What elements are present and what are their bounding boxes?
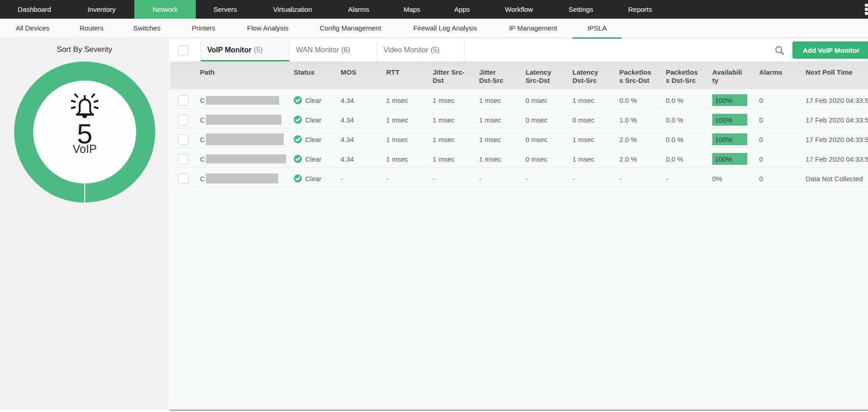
cell-mos: - (341, 169, 343, 188)
topnav-item-reports[interactable]: Reports (611, 0, 669, 19)
cell-jds: 1 msec (479, 130, 501, 149)
cell-psd: 2.0 % (619, 130, 637, 149)
cell-psd: 0.0 % (619, 91, 637, 110)
column-header-lds[interactable]: Latency Dst-Src (572, 68, 598, 85)
availability-bar: 100% (712, 153, 747, 165)
row-checkbox[interactable] (178, 154, 189, 164)
cell-lds: - (572, 169, 575, 188)
column-header-mos[interactable]: MOS (341, 68, 356, 76)
redacted-path (206, 115, 281, 125)
tab-wan-monitor[interactable]: WAN Monitor(6) (289, 39, 377, 61)
cell-status: Clear (294, 91, 322, 110)
subnav-item-routers[interactable]: Routers (65, 19, 118, 37)
cell-path[interactable]: C (200, 149, 286, 168)
cell-lsd: 0 msec (526, 149, 547, 168)
subnav-item-ipsla[interactable]: IPSLA (572, 19, 622, 37)
tab-label: Video Monitor (383, 46, 428, 54)
tab-label: VoIP Monitor (207, 46, 251, 54)
column-header-lsd[interactable]: Latency Src-Dst (526, 68, 551, 85)
row-checkbox[interactable] (178, 115, 189, 125)
cell-lds: 0 msec (572, 110, 594, 129)
topnav-item-virtualization[interactable]: Virtualization (255, 0, 331, 19)
cell-lsd: 0 msec (526, 110, 547, 129)
column-header-avail[interactable]: Availabili ty (712, 68, 742, 85)
horizontal-scrollbar[interactable] (170, 409, 868, 411)
subnav-item-switches[interactable]: Switches (118, 19, 176, 37)
cell-mos: 4.34 (341, 91, 354, 110)
topnav-item-settings[interactable]: Settings (551, 0, 611, 19)
table-row[interactable]: CClear4.341 msec1 msec1 msec0 msec0 msec… (170, 109, 868, 128)
column-header-path[interactable]: Path (200, 68, 215, 76)
cell-next-poll-time: Data Not Collected (806, 169, 863, 188)
subnav-item-ip-management[interactable]: IP Management (494, 19, 572, 37)
subnav-item-config-management[interactable]: Config Management (304, 19, 397, 37)
topnav-item-servers[interactable]: Servers (196, 0, 255, 19)
cell-jds: 1 msec (479, 149, 501, 168)
cell-lsd: 0 msec (526, 91, 547, 110)
column-header-status[interactable]: Status (294, 68, 315, 76)
select-all-checkbox[interactable] (178, 46, 189, 56)
search-icon[interactable] (774, 45, 785, 56)
column-header-pds[interactable]: Packetlos s Dst-Src (666, 68, 698, 85)
subnav-item-printers[interactable]: Printers (176, 19, 231, 37)
path-text: C (200, 116, 205, 124)
table-row[interactable]: CClear4.341 msec1 msec1 msec0 msec1 msec… (170, 128, 868, 148)
cell-rtt: 1 msec (386, 110, 408, 129)
cell-path[interactable]: C (200, 91, 279, 110)
topnav-item-network[interactable]: Network (134, 0, 196, 19)
tab-count: (6) (342, 46, 351, 54)
tab-voip-monitor[interactable]: VoIP Monitor(5) (200, 39, 289, 61)
topnav-item-inventory[interactable]: Inventory (69, 0, 134, 19)
table-body: CClear4.341 msec1 msec1 msec0 msec1 msec… (170, 89, 868, 187)
subnav-item-firewall-log-analysis[interactable]: Firewall Log Analysis (397, 19, 494, 37)
cell-next-poll-time: 17 Feb 2020 04:33:5 (806, 130, 868, 149)
tab-video-monitor[interactable]: Video Monitor(5) (377, 39, 465, 61)
cell-lds: 1 msec (572, 149, 594, 168)
cell-next-poll-time: 17 Feb 2020 04:33:5 (806, 149, 868, 168)
cell-availability: 100% (712, 110, 747, 129)
cell-availability: 100% (712, 91, 747, 110)
status-text: Clear (305, 175, 322, 183)
table-row[interactable]: CClear4.341 msec1 msec1 msec0 msec1 msec… (170, 89, 868, 109)
topnav-item-alarms[interactable]: Alarms (331, 0, 387, 19)
topnav-item-maps[interactable]: Maps (387, 0, 437, 19)
donut-slice-divider (84, 183, 85, 203)
add-voip-monitor-button[interactable]: Add VoIP Monitor (792, 41, 868, 59)
cell-path[interactable]: C (200, 130, 284, 149)
column-header-jds[interactable]: Jitter Dst-Src (479, 68, 503, 85)
kebab-menu-icon[interactable] (862, 4, 868, 17)
cell-status: Clear (294, 110, 322, 129)
column-header-alarms[interactable]: Alarms (759, 68, 782, 76)
cell-next-poll-time: 17 Feb 2020 04:33:5 (806, 91, 868, 110)
table-row[interactable]: CClear4.341 msec1 msec1 msec0 msec1 msec… (170, 148, 868, 168)
redacted-path (206, 154, 286, 163)
cell-path[interactable]: C (200, 169, 278, 188)
column-header-psd[interactable]: Packetlos s Src-Dst (619, 68, 651, 85)
cell-jds: 1 msec (479, 110, 501, 129)
severity-donut-chart[interactable]: 5 VoIP (14, 61, 155, 203)
cell-pds: 0.0 % (666, 110, 683, 129)
subnav-item-flow-analysis[interactable]: Flow Analysis (231, 19, 304, 37)
status-clear-icon (294, 174, 302, 183)
cell-next-poll-time: 17 Feb 2020 04:33:5 (806, 110, 868, 129)
severity-label: VoIP (73, 142, 97, 156)
availability-bar: 100% (712, 114, 747, 126)
subnav-item-all-devices[interactable]: All Devices (0, 19, 65, 37)
cell-rtt: 1 msec (386, 130, 408, 149)
cell-mos: 4.34 (341, 130, 354, 149)
table-row[interactable]: CClear--------0%0Data Not Collected (170, 168, 868, 187)
topnav-item-apps[interactable]: Apps (437, 0, 487, 19)
row-checkbox[interactable] (178, 134, 189, 145)
cell-rtt: 1 msec (386, 149, 408, 168)
column-header-jsd[interactable]: Jitter Src- Dst (433, 68, 465, 85)
topnav-item-dashboard[interactable]: Dashboard (0, 0, 69, 19)
column-header-next[interactable]: Next Poll Time (806, 68, 853, 76)
cell-jds: - (479, 169, 481, 188)
row-checkbox[interactable] (178, 95, 189, 106)
row-checkbox[interactable] (178, 173, 189, 184)
status-clear-icon (294, 135, 302, 143)
cell-path[interactable]: C (200, 110, 281, 129)
top-navigation: DashboardInventoryNetworkServersVirtuali… (0, 0, 868, 19)
topnav-item-workflow[interactable]: Workflow (487, 0, 551, 19)
column-header-rtt[interactable]: RTT (386, 68, 399, 76)
